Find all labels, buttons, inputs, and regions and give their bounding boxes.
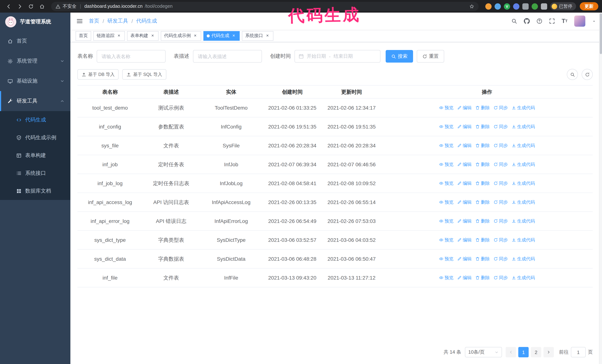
action-sync[interactable]: 同步 (494, 198, 508, 206)
action-sync[interactable]: 同步 (494, 179, 508, 187)
action-generate[interactable]: 生成代码 (512, 236, 535, 244)
page-number-button[interactable]: 1 (518, 347, 529, 357)
fullscreen-button[interactable] (549, 18, 555, 24)
refresh-table-button[interactable] (582, 69, 593, 80)
profile-chip[interactable]: 已暂停 (550, 2, 576, 10)
reset-button[interactable]: 重置 (417, 50, 444, 62)
home-button[interactable] (37, 1, 47, 11)
action-generate[interactable]: 生成代码 (512, 274, 535, 282)
sidebar-item-devtools[interactable]: 研发工具 (0, 91, 70, 111)
action-edit[interactable]: 编辑 (457, 217, 472, 225)
action-delete[interactable]: 删除 (475, 104, 490, 112)
sidebar-item-home[interactable]: 首页 (0, 31, 70, 51)
page-size-select[interactable]: 10条/页 (465, 347, 502, 357)
action-sync[interactable]: 同步 (494, 141, 508, 150)
hamburger-button[interactable] (76, 18, 83, 24)
tab-codegen-example[interactable]: 代码生成示例× (161, 31, 201, 41)
action-edit[interactable]: 编辑 (457, 198, 472, 206)
question-button[interactable] (537, 18, 542, 24)
action-delete[interactable]: 删除 (475, 179, 490, 187)
sidebar-item-infra[interactable]: 基础设施 (0, 71, 70, 91)
action-delete[interactable]: 删除 (475, 236, 490, 244)
action-edit[interactable]: 编辑 (457, 123, 472, 131)
close-icon[interactable]: × (116, 33, 121, 38)
extension-icon[interactable] (532, 3, 538, 10)
breadcrumb-item[interactable]: 首页 (89, 18, 99, 24)
close-icon[interactable]: × (231, 33, 236, 38)
address-bar[interactable]: 不安全 | dashboard.yudao.iocoder.cn/tool/co… (51, 2, 479, 11)
prev-page-button[interactable] (506, 347, 516, 357)
close-icon[interactable]: × (193, 33, 198, 38)
search-button[interactable]: 搜索 (386, 50, 413, 62)
tab-trace[interactable]: 链路追踪× (93, 31, 125, 41)
next-page-button[interactable] (543, 347, 554, 357)
action-generate[interactable]: 生成代码 (512, 179, 535, 187)
table-desc-input[interactable] (193, 50, 262, 62)
sidebar-subitem-codegen-example[interactable]: 代码生成示例 (0, 129, 70, 147)
sidebar-item-system[interactable]: 系统管理 (0, 51, 70, 71)
action-sync[interactable]: 同步 (494, 274, 508, 282)
extension-icon[interactable] (522, 3, 529, 10)
action-sync[interactable]: 同步 (494, 104, 508, 112)
github-button[interactable] (524, 18, 530, 24)
caret-down-icon[interactable] (592, 19, 596, 23)
extension-icon[interactable]: V (504, 3, 510, 10)
action-delete[interactable]: 删除 (475, 198, 490, 206)
extension-icon[interactable] (494, 3, 501, 10)
action-preview[interactable]: 预览 (439, 104, 453, 112)
sidebar-subitem-form-builder[interactable]: 表单构建 (0, 147, 70, 164)
app-logo[interactable]: 芋道管理系统 (0, 13, 70, 31)
action-edit[interactable]: 编辑 (457, 179, 472, 187)
forward-button[interactable] (15, 1, 24, 11)
action-delete[interactable]: 删除 (475, 160, 490, 168)
action-generate[interactable]: 生成代码 (512, 198, 535, 206)
action-preview[interactable]: 预览 (439, 179, 453, 187)
action-delete[interactable]: 删除 (475, 141, 490, 150)
action-delete[interactable]: 删除 (475, 274, 490, 282)
tab-form-builder[interactable]: 表单构建× (127, 31, 159, 41)
import-db-button[interactable]: 基于 DB 导入 (77, 69, 119, 80)
action-preview[interactable]: 预览 (439, 255, 453, 263)
action-sync[interactable]: 同步 (494, 255, 508, 263)
action-generate[interactable]: 生成代码 (512, 104, 535, 112)
avatar[interactable] (574, 16, 585, 27)
action-edit[interactable]: 编辑 (457, 104, 472, 112)
action-preview[interactable]: 预览 (439, 160, 453, 168)
goto-page-input[interactable] (571, 347, 586, 357)
action-generate[interactable]: 生成代码 (512, 160, 535, 168)
page-number-button[interactable]: 2 (531, 347, 541, 357)
sidebar-subitem-codegen[interactable]: 代码生成 (0, 111, 70, 129)
action-edit[interactable]: 编辑 (457, 274, 472, 282)
toggle-search-button[interactable] (567, 69, 578, 80)
table-name-input[interactable] (97, 50, 166, 62)
sidebar-subitem-db-doc[interactable]: 数据库文档 (0, 182, 70, 200)
extension-icon[interactable] (485, 3, 492, 10)
create-time-range-picker[interactable]: 开始日期 - 结束日期 (294, 50, 380, 62)
tab-home[interactable]: 首页 (75, 31, 91, 41)
scrollbar[interactable] (599, 13, 602, 364)
action-preview[interactable]: 预览 (439, 123, 453, 131)
action-generate[interactable]: 生成代码 (512, 255, 535, 263)
import-sql-button[interactable]: 基于 SQL 导入 (122, 69, 166, 80)
bookmark-star-icon[interactable] (469, 3, 474, 9)
action-preview[interactable]: 预览 (439, 217, 453, 225)
action-delete[interactable]: 删除 (475, 123, 490, 131)
action-edit[interactable]: 编辑 (457, 160, 472, 168)
action-preview[interactable]: 预览 (439, 198, 453, 206)
breadcrumb-item[interactable]: 代码生成 (136, 18, 157, 24)
extension-icon[interactable] (513, 3, 519, 10)
action-generate[interactable]: 生成代码 (512, 217, 535, 225)
font-size-icon[interactable]: TT (562, 18, 568, 24)
action-generate[interactable]: 生成代码 (512, 123, 535, 131)
action-preview[interactable]: 预览 (439, 236, 453, 244)
action-edit[interactable]: 编辑 (457, 141, 472, 150)
action-edit[interactable]: 编辑 (457, 255, 472, 263)
reload-button[interactable] (26, 1, 36, 11)
sidebar-subitem-api-doc[interactable]: 系统接口 (0, 164, 70, 182)
tab-codegen[interactable]: 代码生成× (203, 31, 240, 41)
action-edit[interactable]: 编辑 (457, 236, 472, 244)
search-button[interactable] (511, 18, 517, 24)
action-sync[interactable]: 同步 (494, 160, 508, 168)
tab-api-doc[interactable]: 系统接口× (242, 31, 273, 41)
chrome-update-button[interactable]: 更新 (580, 2, 598, 10)
